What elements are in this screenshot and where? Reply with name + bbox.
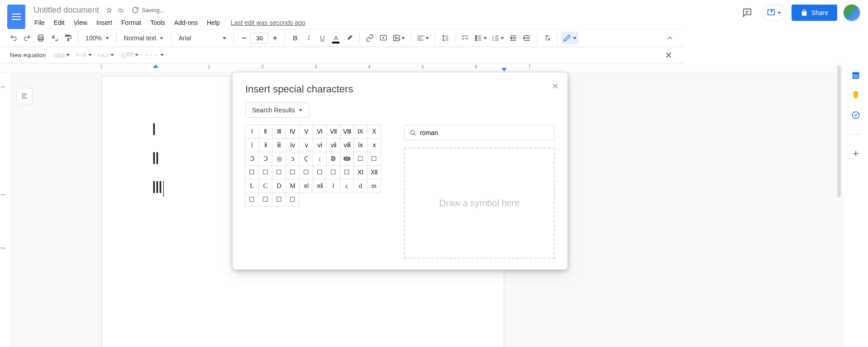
character-cell[interactable]: Ⅸ [353, 125, 367, 139]
add-addon-icon[interactable] [851, 149, 860, 158]
insert-comment-button[interactable] [377, 32, 390, 44]
character-cell[interactable]: ☐ [245, 165, 259, 179]
character-cell[interactable]: ☐ [286, 193, 300, 207]
character-cell[interactable]: c [340, 179, 354, 193]
character-cell[interactable]: ⅲ [272, 138, 286, 152]
insert-image-button[interactable] [391, 32, 407, 44]
character-cell[interactable]: Ⅳ [286, 125, 300, 139]
character-cell[interactable]: C [258, 179, 272, 193]
character-cell[interactable]: Ⅴ [299, 125, 313, 139]
character-cell[interactable]: ⅵ [313, 138, 327, 152]
character-cell[interactable]: ◎ [272, 152, 286, 166]
collapse-toolbar-button[interactable] [663, 32, 676, 44]
print-button[interactable] [34, 32, 47, 44]
character-cell[interactable]: ☐ [353, 152, 367, 166]
character-cell[interactable]: Ⅲ [272, 125, 286, 139]
character-cell[interactable]: ☐ [313, 165, 327, 179]
paint-format-button[interactable] [62, 32, 74, 44]
menu-tools[interactable]: Tools [147, 17, 169, 28]
character-cell[interactable]: Ⅷ [340, 125, 354, 139]
menu-insert[interactable]: Insert [93, 17, 116, 28]
character-cell[interactable]: D [272, 179, 286, 193]
character-cell[interactable]: Ⅰ [245, 125, 259, 139]
greek-letters-button[interactable]: αβΔ [54, 52, 70, 58]
highlight-button[interactable] [343, 32, 356, 44]
character-cell[interactable]: ☐ [272, 193, 286, 207]
menu-addons[interactable]: Add-ons [171, 17, 201, 28]
character-cell[interactable]: ↄ [286, 152, 300, 166]
character-cell[interactable]: m [367, 179, 381, 193]
menu-file[interactable]: File [31, 17, 48, 28]
comment-history-button[interactable] [738, 4, 756, 22]
checklist-button[interactable] [459, 32, 472, 44]
character-cell[interactable]: l [326, 179, 340, 193]
character-cell[interactable]: ☐ [272, 165, 286, 179]
close-equation-bar-button[interactable]: ✕ [661, 48, 676, 63]
underline-button[interactable]: U [316, 32, 329, 44]
redo-button[interactable] [21, 32, 33, 44]
character-cell[interactable]: ⅳ [286, 138, 300, 152]
fontsize-input[interactable] [250, 33, 268, 43]
docs-logo[interactable] [7, 5, 25, 29]
decrease-fontsize-button[interactable]: − [238, 32, 250, 44]
spellcheck-button[interactable] [48, 32, 61, 44]
character-cell[interactable]: ⅱ [258, 138, 272, 152]
document-canvas[interactable]: 11234567 112 ⅠⅡⅢ × Insert special charac… [0, 63, 843, 347]
menu-edit[interactable]: Edit [50, 17, 68, 28]
character-cell[interactable]: Ↄ [258, 152, 272, 166]
vertical-scrollbar[interactable] [836, 63, 842, 347]
scrollbar-thumb[interactable] [837, 66, 841, 197]
bullet-list-button[interactable] [472, 32, 489, 44]
character-cell[interactable]: L [245, 179, 259, 193]
clear-format-button[interactable] [541, 32, 553, 44]
present-button[interactable] [762, 4, 786, 21]
text-color-button[interactable]: A [329, 32, 342, 44]
keep-icon[interactable] [851, 91, 860, 100]
draw-symbol-area[interactable]: Draw a symbol here [404, 148, 555, 259]
document-title-input[interactable]: Untitled document [31, 5, 102, 16]
character-cell[interactable]: ⅷ [340, 138, 354, 152]
character-cell[interactable]: ☐ [258, 165, 272, 179]
vertical-ruler[interactable]: 112 [0, 72, 9, 347]
character-cell[interactable]: Ⅻ [367, 165, 381, 179]
search-input[interactable] [420, 129, 550, 136]
character-cell[interactable]: ⅻ [313, 179, 327, 193]
character-cell[interactable]: ☐ [245, 193, 259, 207]
menu-view[interactable]: View [70, 17, 91, 28]
character-cell[interactable]: d [353, 179, 367, 193]
character-cell[interactable]: ⅺ [299, 179, 313, 193]
increase-indent-button[interactable] [520, 32, 533, 44]
menu-help[interactable]: Help [203, 17, 224, 28]
horizontal-ruler[interactable]: 11234567 [0, 63, 837, 72]
show-outline-button[interactable] [16, 88, 33, 104]
line-spacing-button[interactable] [439, 32, 451, 44]
character-cell[interactable]: ⅸ [353, 138, 367, 152]
arrows-button[interactable]: ←↑→ [144, 52, 164, 58]
tasks-icon[interactable] [851, 111, 860, 120]
bold-button[interactable]: B [289, 32, 301, 44]
share-button[interactable]: Share [792, 5, 837, 21]
last-edit-link[interactable]: Last edit was seconds ago [231, 19, 305, 26]
character-cell[interactable]: ⅰ [245, 138, 259, 152]
character-cell[interactable]: ↈ [340, 152, 354, 166]
right-indent-marker[interactable] [501, 68, 507, 72]
increase-fontsize-button[interactable]: + [268, 32, 281, 44]
relations-button[interactable]: <≠⊃ [97, 52, 114, 58]
character-cell[interactable]: ☐ [367, 152, 381, 166]
undo-button[interactable] [7, 32, 20, 44]
character-cell[interactable]: ☐ [258, 193, 272, 207]
account-avatar[interactable] [843, 4, 861, 22]
character-cell[interactable]: ⅴ [299, 138, 313, 152]
font-family-select[interactable]: Arial [175, 33, 230, 43]
indent-marker[interactable] [153, 64, 158, 68]
zoom-select[interactable]: 100% [82, 33, 113, 43]
character-cell[interactable]: Ⅹ [367, 125, 381, 139]
character-cell[interactable]: ☐ [299, 165, 313, 179]
category-select[interactable]: Search Results [245, 102, 309, 118]
character-cell[interactable]: ☐ [340, 165, 354, 179]
operators-button[interactable]: ×÷∓ [75, 52, 92, 58]
menu-format[interactable]: Format [118, 17, 145, 28]
character-cell[interactable]: Ⅺ [353, 165, 367, 179]
character-cell[interactable]: M [286, 179, 300, 193]
character-cell[interactable]: ☐ [326, 165, 340, 179]
